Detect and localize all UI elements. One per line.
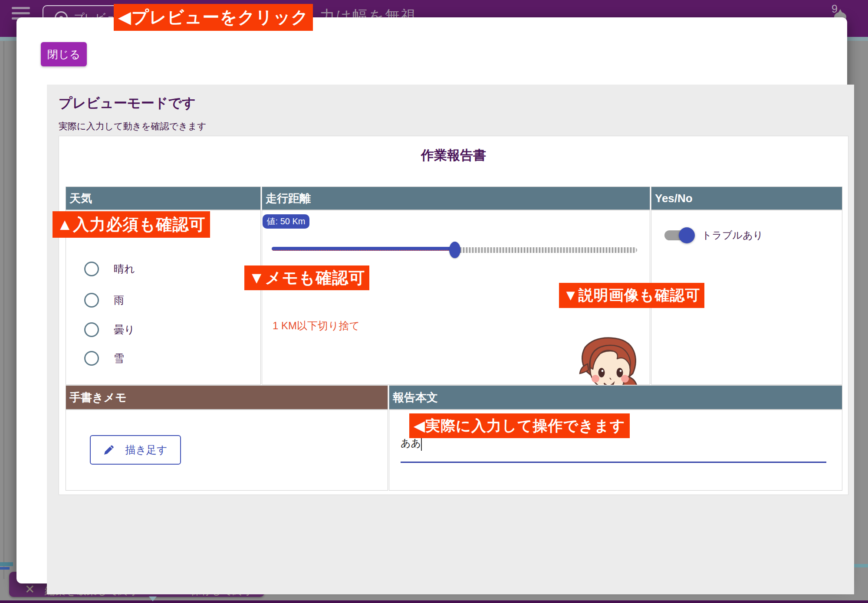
background-divider-line [3,41,4,579]
callout-click-preview: ◀プレビューをクリック [114,4,313,31]
column-header-yesno: Yes/No [651,187,842,210]
report-input-underline [401,462,826,463]
background-footer-strip [0,600,868,603]
distance-memo: 1 KM以下切り捨て [273,319,360,333]
callout-image-check: ▼説明画像も確認可 [559,283,704,308]
discard-x-icon: ✕ [25,582,35,596]
callout-required-check: ▲入力必須も確認可 [53,211,210,238]
radio-option-cloudy[interactable]: 曇り [84,322,135,337]
preview-modal: 閉じる プレビューモードです 実際に入力して動きを確認できます 作業報告書 天気… [16,17,847,583]
close-button[interactable]: 閉じる [41,42,87,66]
radio-option-snow[interactable]: 雪 [84,351,124,366]
radio-icon[interactable] [84,322,99,337]
trouble-toggle[interactable]: トラブルあり [664,229,763,242]
callout-memo-check: ▼メモも確認可 [244,265,369,290]
column-header-distance: 走行距離 [262,187,650,210]
callout-input-demo: ◀実際に入力して操作できます [409,413,630,438]
toggle-thumb[interactable] [679,227,695,243]
form-title: 作業報告書 [59,147,848,164]
pencil-icon [103,444,115,456]
slider-value-badge: 値: 50 Km [263,214,309,229]
background-chip [0,567,10,570]
instruction-image [577,336,640,385]
radio-option-sunny[interactable]: 晴れ [84,262,135,276]
toggle-label: トラブルあり [702,229,763,242]
cartoon-girl-image [577,336,640,385]
column-header-handwriting: 手書きメモ [66,385,388,410]
slider-track-filled[interactable] [272,247,456,251]
column-header-weather: 天気 [66,187,261,210]
toggle-track[interactable] [664,230,692,240]
preview-mode-subheading: 実際に入力して動きを確認できます [59,120,206,132]
draw-more-button[interactable]: 描き足す [90,435,181,465]
column-header-report: 報告本文 [389,385,842,410]
radio-icon[interactable] [84,262,99,276]
draw-more-label: 描き足す [125,443,167,457]
page: プレビュー 力は幅を無視 9 ✕ 編集を破棄して終了 保存して終了 閉じる プレ… [0,0,868,603]
slider-handle[interactable] [449,242,460,258]
report-text-input[interactable]: ああ [401,436,421,450]
radio-icon[interactable] [84,351,99,366]
preview-content-area: プレビューモードです 実際に入力して動きを確認できます 作業報告書 天気 走行距… [47,85,854,594]
radio-icon[interactable] [84,293,99,308]
background-chip [0,562,13,566]
toolbar-notch [149,596,157,601]
slider-track-remaining[interactable] [457,247,637,253]
radio-option-rain[interactable]: 雨 [84,293,124,308]
handwriting-cell: 描き足す [66,410,388,491]
preview-mode-heading: プレビューモードです [59,94,196,112]
form-panel: 作業報告書 天気 走行距離 Yes/No *入力必須 晴れ 雨 [59,136,848,495]
